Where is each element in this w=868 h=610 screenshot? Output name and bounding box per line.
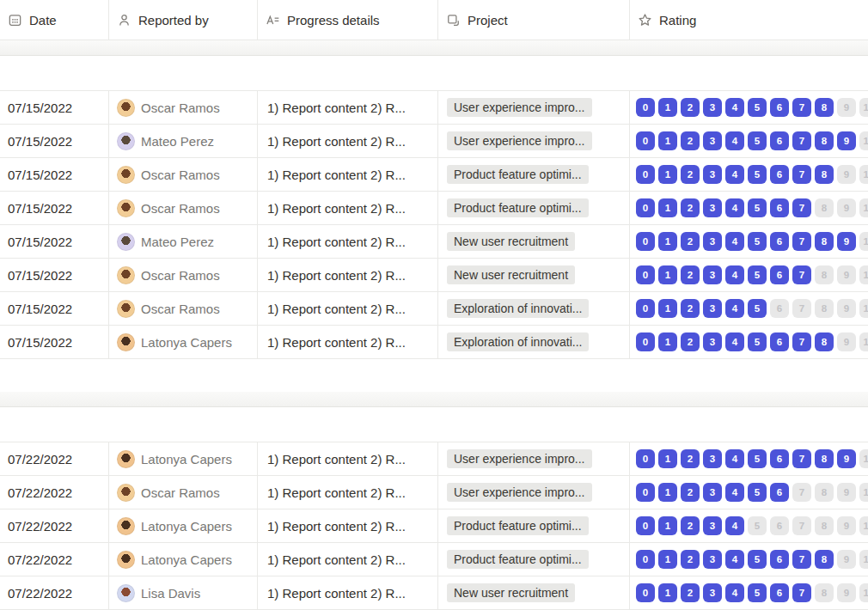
project-tag[interactable]: Exploration of innovati... bbox=[447, 299, 589, 318]
rating-chip[interactable]: 0 bbox=[636, 332, 655, 351]
rating-chip[interactable]: 9 bbox=[837, 131, 856, 150]
rating-chip[interactable]: 2 bbox=[681, 198, 700, 217]
rating-chip[interactable]: 8 bbox=[815, 583, 834, 602]
rating-chip[interactable]: 9 bbox=[837, 299, 856, 318]
rating-chip[interactable]: 7 bbox=[792, 131, 811, 150]
date-cell[interactable]: 07/22/2022 bbox=[0, 476, 109, 509]
progress-details-cell[interactable]: 1) Report content 2) R... bbox=[258, 91, 438, 124]
rating-chip[interactable]: 6 bbox=[770, 299, 789, 318]
rating-chip[interactable]: 8 bbox=[815, 98, 834, 117]
rating-chip-overflow[interactable]: 10 bbox=[859, 232, 868, 251]
rating-chip-overflow[interactable]: 10 bbox=[859, 483, 868, 502]
rating-chip[interactable]: 3 bbox=[703, 299, 722, 318]
rating-cell[interactable]: 012345678910 bbox=[630, 259, 868, 291]
rating-chip[interactable]: 5 bbox=[748, 165, 767, 184]
rating-chip[interactable]: 3 bbox=[703, 583, 722, 602]
rating-chip[interactable]: 4 bbox=[725, 449, 744, 468]
rating-chip[interactable]: 9 bbox=[837, 265, 856, 284]
rating-chip[interactable]: 7 bbox=[792, 98, 811, 117]
rating-chip[interactable]: 4 bbox=[725, 583, 744, 602]
rating-chip[interactable]: 1 bbox=[658, 131, 677, 150]
rating-chip[interactable]: 5 bbox=[748, 198, 767, 217]
project-cell[interactable]: New user recruitment bbox=[438, 225, 630, 258]
reported-by-cell[interactable]: Lisa Davis bbox=[109, 576, 258, 609]
rating-chip[interactable]: 4 bbox=[725, 131, 744, 150]
rating-chip[interactable]: 4 bbox=[725, 265, 744, 284]
rating-chip[interactable]: 2 bbox=[681, 550, 700, 569]
rating-chip[interactable]: 1 bbox=[658, 516, 677, 535]
rating-chip[interactable]: 7 bbox=[792, 516, 811, 535]
rating-chip[interactable]: 0 bbox=[636, 98, 655, 117]
rating-chip[interactable]: 3 bbox=[703, 131, 722, 150]
rating-chip[interactable]: 7 bbox=[792, 232, 811, 251]
project-tag[interactable]: User experience impro... bbox=[447, 449, 592, 468]
column-header-reported-by[interactable]: Reported by bbox=[109, 0, 258, 40]
progress-details-cell[interactable]: 1) Report content 2) R... bbox=[258, 476, 438, 509]
column-header-rating[interactable]: Rating bbox=[630, 0, 868, 40]
rating-cell[interactable]: 012345678910 bbox=[630, 442, 868, 475]
project-cell[interactable]: User experience impro... bbox=[438, 91, 630, 124]
rating-chip[interactable]: 5 bbox=[748, 449, 767, 468]
rating-chip[interactable]: 0 bbox=[636, 131, 655, 150]
project-tag[interactable]: User experience impro... bbox=[447, 98, 592, 117]
date-cell[interactable]: 07/22/2022 bbox=[0, 576, 109, 609]
rating-chip[interactable]: 6 bbox=[770, 131, 789, 150]
rating-chip[interactable]: 0 bbox=[636, 583, 655, 602]
rating-chip[interactable]: 0 bbox=[636, 198, 655, 217]
rating-chip[interactable]: 3 bbox=[703, 232, 722, 251]
rating-chip[interactable]: 8 bbox=[815, 299, 834, 318]
rating-chip[interactable]: 6 bbox=[770, 98, 789, 117]
rating-chip[interactable]: 5 bbox=[748, 265, 767, 284]
rating-chip[interactable]: 1 bbox=[658, 583, 677, 602]
rating-cell[interactable]: 012345678910 bbox=[630, 192, 868, 224]
rating-chip[interactable]: 2 bbox=[681, 332, 700, 351]
rating-chip[interactable]: 3 bbox=[703, 198, 722, 217]
rating-chip[interactable]: 3 bbox=[703, 165, 722, 184]
rating-chip[interactable]: 1 bbox=[658, 165, 677, 184]
rating-chip[interactable]: 7 bbox=[792, 198, 811, 217]
rating-chip-overflow[interactable]: 10 bbox=[859, 449, 868, 468]
rating-chip[interactable]: 7 bbox=[792, 583, 811, 602]
rating-chip[interactable]: 2 bbox=[681, 516, 700, 535]
rating-chip[interactable]: 1 bbox=[658, 98, 677, 117]
rating-chip[interactable]: 0 bbox=[636, 449, 655, 468]
rating-chip[interactable]: 3 bbox=[703, 332, 722, 351]
rating-chip[interactable]: 0 bbox=[636, 165, 655, 184]
reported-by-cell[interactable]: Latonya Capers bbox=[109, 509, 258, 542]
rating-chip[interactable]: 1 bbox=[658, 483, 677, 502]
rating-chip[interactable]: 6 bbox=[770, 516, 789, 535]
rating-chip[interactable]: 4 bbox=[725, 483, 744, 502]
column-header-date[interactable]: Date bbox=[0, 0, 109, 40]
rating-chip[interactable]: 9 bbox=[837, 165, 856, 184]
project-tag[interactable]: Product feature optimi... bbox=[447, 550, 589, 569]
rating-chip[interactable]: 3 bbox=[703, 449, 722, 468]
rating-chip[interactable]: 7 bbox=[792, 483, 811, 502]
project-cell[interactable]: Exploration of innovati... bbox=[438, 292, 630, 325]
date-cell[interactable]: 07/22/2022 bbox=[0, 543, 109, 576]
rating-cell[interactable]: 012345678910 bbox=[630, 292, 868, 325]
reported-by-cell[interactable]: Latonya Capers bbox=[109, 543, 258, 576]
rating-cell[interactable]: 012345678910 bbox=[630, 509, 868, 542]
rating-chip[interactable]: 8 bbox=[815, 165, 834, 184]
reported-by-cell[interactable]: Oscar Ramos bbox=[109, 158, 258, 191]
rating-cell[interactable]: 012345678910 bbox=[630, 576, 868, 609]
rating-chip[interactable]: 3 bbox=[703, 516, 722, 535]
rating-chip[interactable]: 6 bbox=[770, 483, 789, 502]
rating-chip[interactable]: 4 bbox=[725, 198, 744, 217]
reported-by-cell[interactable]: Mateo Perez bbox=[109, 225, 258, 258]
rating-chip-overflow[interactable]: 10 bbox=[859, 198, 868, 217]
date-cell[interactable]: 07/15/2022 bbox=[0, 326, 109, 358]
rating-chip[interactable]: 3 bbox=[703, 98, 722, 117]
date-cell[interactable]: 07/15/2022 bbox=[0, 192, 109, 224]
rating-chip[interactable]: 1 bbox=[658, 232, 677, 251]
rating-chip[interactable]: 2 bbox=[681, 449, 700, 468]
rating-cell[interactable]: 012345678910 bbox=[630, 543, 868, 576]
progress-details-cell[interactable]: 1) Report content 2) R... bbox=[258, 442, 438, 475]
reported-by-cell[interactable]: Mateo Perez bbox=[109, 125, 258, 157]
rating-chip[interactable]: 4 bbox=[725, 165, 744, 184]
project-cell[interactable]: Exploration of innovati... bbox=[438, 326, 630, 358]
rating-chip[interactable]: 0 bbox=[636, 232, 655, 251]
rating-chip[interactable]: 3 bbox=[703, 265, 722, 284]
rating-chip-overflow[interactable]: 10 bbox=[859, 299, 868, 318]
project-tag[interactable]: Product feature optimi... bbox=[447, 198, 589, 217]
